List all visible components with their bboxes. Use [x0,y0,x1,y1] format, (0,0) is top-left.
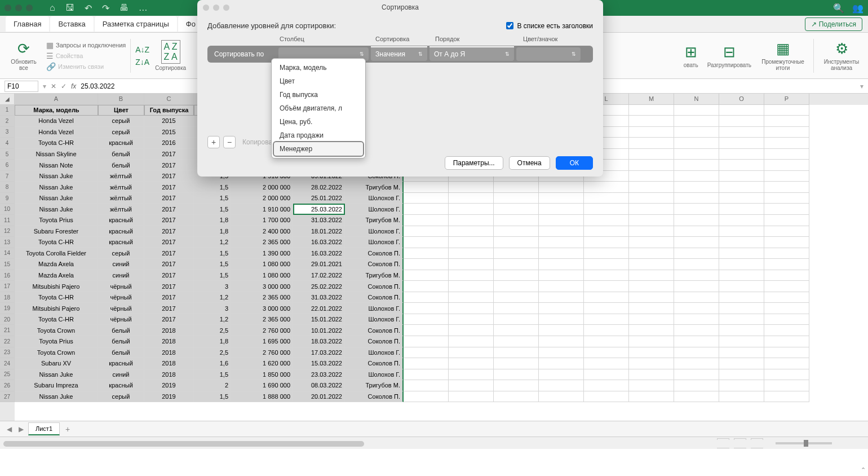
cell[interactable]: 3 000 000 [231,281,293,292]
cell[interactable] [764,281,809,292]
cell[interactable] [449,369,494,381]
row-header[interactable]: 4 [0,138,15,149]
parameters-button[interactable]: Параметры... [445,156,503,170]
cell[interactable] [404,248,449,259]
cell[interactable] [719,226,764,237]
cell[interactable] [674,292,719,303]
cell[interactable]: 1,2 [194,237,231,248]
cell[interactable]: серый [98,391,144,403]
name-box[interactable] [5,81,38,92]
cell[interactable] [584,237,629,248]
tab-home[interactable]: Главная [6,16,49,32]
cell[interactable]: Honda Vezel [15,116,98,127]
cell[interactable]: 3 [194,281,231,292]
cell[interactable] [719,391,764,403]
row-header[interactable]: 5 [0,149,15,160]
cell[interactable] [494,182,539,193]
cell[interactable]: белый [98,336,144,347]
cell[interactable] [539,358,584,369]
sort-asc-icon[interactable]: A↓Z [135,45,149,54]
cell[interactable] [404,292,449,303]
cell[interactable]: серый [98,127,144,138]
cell[interactable] [719,380,764,391]
cell[interactable]: серый [98,248,144,259]
cell[interactable] [764,259,809,270]
cell[interactable] [719,369,764,381]
cell[interactable]: чёрный [98,314,144,325]
cell[interactable] [494,336,539,347]
add-sheet-icon[interactable]: + [62,424,73,435]
cell[interactable]: 25.01.2022 [293,193,345,204]
cell[interactable] [629,138,674,149]
cell[interactable]: красный [98,380,144,391]
cell[interactable] [674,314,719,325]
print-icon[interactable]: 🖶 [119,3,129,13]
cell[interactable]: Соколов П. [345,336,404,347]
cell[interactable] [629,248,674,259]
cell[interactable]: 18.03.2022 [293,336,345,347]
properties-button[interactable]: ☰Свойства [46,51,126,60]
cell[interactable] [674,336,719,347]
cell[interactable]: Шолохов Г. [345,314,404,325]
group-button[interactable]: ⊞ овать [680,42,702,69]
column-header[interactable]: O [719,94,764,105]
row-header[interactable]: 24 [0,358,15,369]
cell[interactable] [449,237,494,248]
cell[interactable] [764,116,809,127]
cell[interactable]: Mazda Axela [15,259,98,270]
cell[interactable] [494,325,539,336]
cell[interactable]: 1 390 000 [231,248,293,259]
cell[interactable] [674,171,719,182]
cell[interactable]: 2 400 000 [231,226,293,237]
cell[interactable]: 1,5 [194,193,231,204]
cell[interactable]: 16.03.2022 [293,237,345,248]
row-header[interactable]: 27 [0,391,15,403]
cell[interactable] [584,193,629,204]
cell[interactable]: жёлтый [98,204,144,215]
cell[interactable]: синий [98,270,144,281]
cell[interactable] [404,281,449,292]
cell[interactable] [719,358,764,369]
cell[interactable]: 2,5 [194,325,231,336]
cell[interactable]: красный [98,138,144,149]
cell[interactable] [764,193,809,204]
cell[interactable]: синий [98,369,144,381]
row-header[interactable]: 23 [0,347,15,359]
row-header[interactable]: 17 [0,281,15,292]
cell[interactable]: Toyota Crown [15,347,98,359]
cell[interactable] [629,116,674,127]
cell[interactable]: 1 620 000 [231,358,293,369]
cell[interactable]: белый [98,325,144,336]
cell[interactable]: 1,8 [194,226,231,237]
cell[interactable]: синий [98,259,144,270]
cell[interactable]: 1,2 [194,314,231,325]
cell[interactable] [764,160,809,171]
cell[interactable]: 2017 [144,259,194,270]
cell[interactable] [584,226,629,237]
cell[interactable] [584,336,629,347]
sheet-prev-icon[interactable]: ◀ [5,425,14,433]
cell[interactable] [629,314,674,325]
cell[interactable] [449,215,494,226]
row-header[interactable]: 21 [0,325,15,336]
cell[interactable] [629,292,674,303]
cell[interactable] [629,325,674,336]
cell[interactable]: 2 365 000 [231,237,293,248]
cell[interactable] [764,380,809,391]
cell[interactable]: Цвет [98,105,144,116]
cell[interactable]: Соколов П. [345,248,404,259]
remove-level-button[interactable]: − [223,136,236,148]
cell[interactable]: 1,5 [194,248,231,259]
cell[interactable]: Тригубов М. [345,182,404,193]
cell[interactable]: Nissan Skyline [15,149,98,160]
cell[interactable] [674,193,719,204]
cell[interactable] [404,325,449,336]
row-header[interactable]: 19 [0,303,15,314]
row-header[interactable]: 15 [0,259,15,270]
cell[interactable] [404,358,449,369]
add-level-button[interactable]: + [207,136,220,148]
cell[interactable] [719,336,764,347]
cell[interactable]: Mitsubishi Pajero [15,303,98,314]
sheet-tab[interactable]: Лист1 [28,422,60,435]
cell[interactable] [674,160,719,171]
